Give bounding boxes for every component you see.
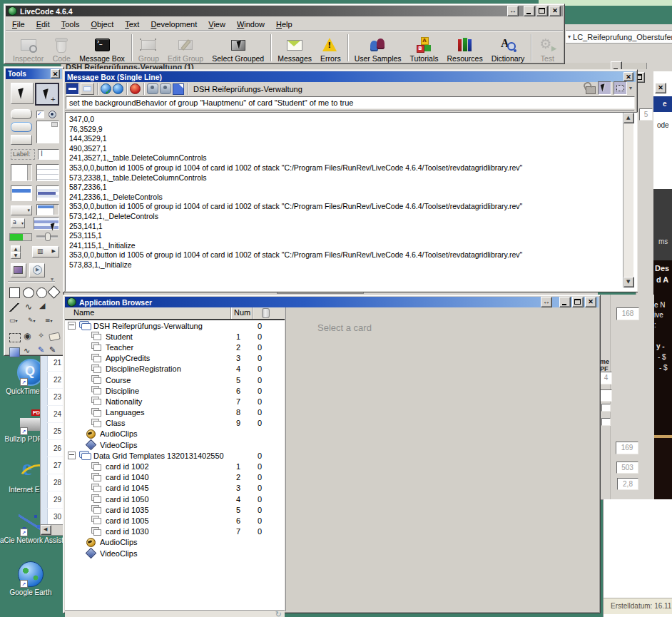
background-field-4[interactable]: 4 [600, 372, 612, 384]
tree-row[interactable]: card id 1030 7 0 [65, 526, 285, 537]
freehand-polygon-tool[interactable]: ◢ [39, 302, 45, 310]
tree-row[interactable]: Teacher 2 0 [65, 342, 285, 352]
tree-row[interactable]: DSH Reifeprüfungs-Verwaltung 0 [65, 320, 285, 331]
background-checkbox[interactable] [601, 404, 611, 412]
pencil-tool[interactable]: ✎ [38, 346, 44, 354]
lock-icon[interactable] [586, 86, 596, 94]
curve-draw-tool[interactable]: ∿ [24, 347, 30, 355]
maximize-button[interactable] [536, 6, 548, 16]
tree-row[interactable]: Discipline 6 0 [65, 385, 285, 396]
message-box-button[interactable]: Message Box [75, 34, 129, 63]
tree-row[interactable]: DisciplineRegistration 4 0 [65, 364, 285, 374]
eraser-menu[interactable]: ▭▾ [9, 317, 18, 324]
column-header-name[interactable]: Name [73, 308, 94, 317]
globe-icon[interactable] [113, 83, 123, 94]
text-entry-tool[interactable]: I [38, 149, 59, 160]
desktop-shortcut[interactable]: Google Earth [0, 561, 61, 612]
tutorials-button[interactable]: Tutorials [406, 34, 443, 63]
player-tool[interactable]: ▶ [29, 263, 45, 277]
background-field-28[interactable]: 2,8 [617, 478, 638, 490]
table-field-tool[interactable] [36, 164, 59, 181]
resize-button[interactable] [507, 6, 519, 16]
close-button[interactable] [51, 69, 60, 78]
gradient-tool[interactable] [9, 347, 20, 357]
spray-tool[interactable]: ✧ [38, 332, 44, 340]
messages-button[interactable]: Messages [273, 34, 316, 63]
script-column-icon[interactable] [262, 308, 270, 318]
stack-selector-bar[interactable]: ▾ LC_Reifeprufung_Oberstufen_Verw [566, 30, 672, 44]
slider-tool[interactable] [36, 235, 58, 238]
menu-item[interactable]: File [12, 20, 25, 29]
dictionary-button[interactable]: Dictionary [487, 34, 529, 63]
edit-group-button[interactable]: Edit Group [163, 34, 208, 63]
rounded-button-tool[interactable] [11, 122, 32, 132]
close-button[interactable] [623, 72, 633, 81]
background-field-503[interactable]: 503 [616, 462, 638, 474]
menu-item[interactable]: Text [125, 20, 139, 29]
background-checkbox[interactable] [601, 418, 611, 426]
progress-bar-tool[interactable] [9, 233, 32, 241]
option-menu-tool[interactable]: ▾ [11, 205, 32, 215]
scrollbar-tool[interactable] [34, 217, 59, 230]
tree-row[interactable]: card id 1050 4 0 [65, 494, 285, 504]
tree-row[interactable]: AudioClips [65, 429, 285, 439]
tree-row[interactable]: Course 5 0 [65, 374, 285, 385]
menu-item[interactable]: Development [151, 20, 197, 29]
tree-row[interactable]: VideoClips [65, 548, 285, 559]
scroll-left-button[interactable]: ◀ [41, 525, 51, 535]
tree-row[interactable]: card id 1035 5 0 [65, 504, 285, 515]
close-button[interactable] [655, 83, 666, 93]
menu-item[interactable]: Object [91, 20, 113, 29]
multi-line-icon[interactable] [81, 83, 94, 95]
scrolling-field-tool[interactable] [11, 164, 32, 181]
tree-row[interactable]: AudioClips [65, 537, 285, 548]
message-watcher-icon[interactable] [147, 83, 158, 94]
tab-panel-tool[interactable]: ▥▶ [32, 246, 59, 257]
chevron-down-icon[interactable]: ▾ [629, 86, 632, 91]
tree-row[interactable]: card id 1005 6 0 [65, 515, 285, 526]
command-input[interactable]: set the backgroundBehavior of group "Hau… [66, 96, 635, 109]
polygon-tool[interactable] [47, 285, 60, 298]
tree-row[interactable]: Class 9 0 [65, 418, 285, 429]
column-header-num[interactable]: Num [234, 308, 250, 317]
log-vertical-scrollbar[interactable]: ▲ ▼ [623, 113, 633, 287]
tree-row[interactable]: Nationality 7 0 [65, 396, 285, 407]
marquee-icon[interactable] [614, 81, 627, 95]
close-button[interactable] [585, 297, 596, 307]
tree-row[interactable]: Student 1 0 [65, 331, 285, 342]
background-field-empty[interactable] [600, 389, 612, 402]
close-button[interactable] [549, 6, 561, 16]
tree-row[interactable]: Data Grid Templates 1320131402550 0 [65, 450, 285, 461]
circle-tool[interactable] [36, 287, 47, 298]
pendant-icon[interactable] [130, 83, 141, 94]
globe-check-icon[interactable] [101, 83, 111, 94]
menu-item[interactable]: View [208, 20, 225, 29]
list-field-tool[interactable] [11, 185, 32, 201]
combo-box-tool[interactable] [36, 204, 59, 215]
browse-tool-button[interactable] [11, 83, 34, 104]
background-field-169[interactable]: 169 [616, 442, 638, 454]
single-line-icon[interactable] [66, 83, 79, 95]
tree-row[interactable]: card id 1045 3 0 [65, 483, 285, 494]
pattern-menu[interactable]: ≡▾ [45, 317, 53, 324]
resources-button[interactable]: Resources [442, 34, 487, 63]
more-tools-arrow[interactable]: ▾ [51, 277, 54, 282]
variable-watcher-icon[interactable] [160, 83, 171, 94]
select-area-tool[interactable] [9, 333, 21, 342]
tree-row[interactable]: VideoClips [65, 439, 285, 450]
minimize-button[interactable] [524, 6, 535, 16]
field-tool[interactable] [36, 121, 59, 143]
rect-tool[interactable] [9, 287, 20, 298]
pointer-mode-icon[interactable] [598, 81, 611, 95]
rect-button-tool[interactable] [11, 135, 32, 145]
expand-collapse-box[interactable] [68, 452, 76, 459]
tree-row[interactable]: card id 1002 1 0 [65, 461, 285, 471]
test-button[interactable]: Test [534, 34, 561, 63]
stack-selector-label[interactable]: DSH Reifeprüfungs-Verwaltung [193, 85, 302, 93]
note-icon[interactable] [173, 83, 184, 95]
refresh-icon[interactable]: ↻ [275, 611, 282, 617]
button-tool[interactable] [11, 109, 32, 119]
menu-item[interactable]: Tools [61, 20, 80, 29]
label-tool[interactable]: Label: [11, 149, 35, 160]
styled-list-tool[interactable] [36, 185, 59, 201]
